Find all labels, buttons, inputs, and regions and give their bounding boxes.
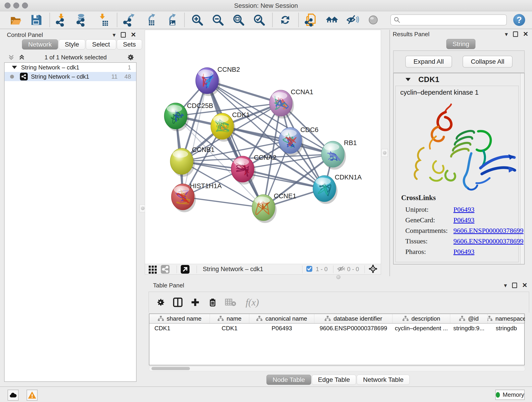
tree-expand-icon[interactable] bbox=[12, 66, 17, 69]
panel-float-icon[interactable] bbox=[512, 283, 517, 288]
panel-minimize-icon[interactable]: ▾ bbox=[505, 32, 508, 36]
network-from-document-button[interactable] bbox=[305, 13, 318, 27]
warnings-button[interactable] bbox=[27, 390, 38, 401]
panel-minimize-icon[interactable]: ▾ bbox=[504, 283, 507, 288]
node-label: CDC25B bbox=[187, 102, 213, 109]
help-button[interactable]: ? bbox=[513, 14, 525, 26]
tab-node-table[interactable]: Node Table bbox=[266, 375, 311, 385]
home-button[interactable] bbox=[325, 13, 339, 27]
zoom-in-button[interactable] bbox=[191, 13, 204, 27]
network-node-cdkn1a[interactable] bbox=[313, 176, 337, 204]
table-cell[interactable]: cyclin–dependent ... bbox=[393, 325, 450, 332]
network-row[interactable]: String Network – cdk1 11 48 bbox=[5, 72, 136, 81]
zoom-fit-button[interactable] bbox=[232, 13, 245, 27]
panel-close-icon[interactable]: ✕ bbox=[131, 32, 136, 37]
network-node-rb1[interactable] bbox=[322, 141, 346, 170]
network-edge[interactable] bbox=[183, 81, 207, 197]
cloud-button[interactable] bbox=[7, 390, 19, 401]
panel-float-icon[interactable] bbox=[513, 32, 518, 37]
import-network-database-button[interactable] bbox=[76, 13, 90, 27]
table-cell[interactable]: 9606.ENSP00000378699 bbox=[314, 325, 393, 332]
crosslink-row: Tissues:9606.ENSP00000378699 bbox=[401, 236, 524, 246]
panel-close-icon[interactable]: ✕ bbox=[522, 283, 527, 288]
apply-preferred-layout-button[interactable] bbox=[279, 13, 292, 27]
search-box[interactable] bbox=[390, 14, 507, 26]
toolbar-separator bbox=[298, 13, 299, 27]
toolbar-separator bbox=[272, 13, 273, 27]
network-collection-row[interactable]: String Network – cdk1 1 bbox=[5, 63, 136, 72]
node-label: HIST1H1A bbox=[190, 182, 222, 190]
open-in-new-window-icon[interactable] bbox=[181, 265, 190, 274]
crosslink-link[interactable]: 9606.ENSP00000378699 bbox=[453, 237, 524, 245]
hidden-elements-eye-icon[interactable] bbox=[337, 265, 345, 273]
gene-expand-icon[interactable] bbox=[405, 78, 411, 81]
column-header-canonical-name[interactable]: canonical name bbox=[249, 314, 314, 323]
network-node-ccnb2[interactable] bbox=[196, 68, 220, 96]
collapse-all-icon[interactable] bbox=[8, 54, 15, 61]
grid-view-icon[interactable] bbox=[148, 265, 157, 274]
table-horizontal-scrollbar[interactable] bbox=[149, 366, 525, 371]
table-cell[interactable]: CDK1 bbox=[210, 325, 249, 332]
zoom-selected-button[interactable] bbox=[253, 13, 266, 27]
open-session-button[interactable] bbox=[9, 13, 22, 27]
network-node-ccna1[interactable] bbox=[269, 90, 294, 119]
string-share-icon[interactable] bbox=[161, 265, 170, 274]
table-cell[interactable]: P06493 bbox=[249, 325, 314, 332]
show-columns-icon[interactable] bbox=[173, 297, 183, 307]
import-network-file-button[interactable] bbox=[56, 13, 69, 27]
panel-minimize-icon[interactable]: ▾ bbox=[113, 32, 115, 37]
crosslink-link[interactable]: P06493 bbox=[453, 216, 475, 224]
import-table-file-button[interactable] bbox=[97, 13, 110, 27]
panel-float-icon[interactable] bbox=[121, 32, 126, 38]
table-cell[interactable]: stringdb bbox=[488, 325, 525, 332]
table-cell[interactable]: CDK1 bbox=[149, 325, 210, 332]
birdseye-view-button[interactable] bbox=[367, 13, 380, 27]
save-session-button[interactable] bbox=[30, 13, 43, 27]
network-node-cdc6[interactable] bbox=[279, 128, 303, 156]
table-cell[interactable]: stringdb:9... bbox=[450, 325, 488, 332]
column-header-database-identifier[interactable]: database identifier bbox=[314, 314, 393, 323]
tab-string[interactable]: String bbox=[446, 39, 475, 49]
column-header--id[interactable]: @id bbox=[450, 314, 488, 323]
export-image-button[interactable] bbox=[165, 13, 178, 27]
tab-network-table[interactable]: Network Table bbox=[357, 375, 410, 385]
delete-table-icon[interactable] bbox=[225, 297, 237, 307]
network-node-cdc25b[interactable] bbox=[164, 103, 189, 131]
crosslink-link[interactable]: P06493 bbox=[453, 248, 475, 255]
hide-graphics-details-button[interactable] bbox=[346, 13, 359, 27]
collapse-all-button[interactable]: Collapse All bbox=[462, 56, 513, 68]
birdseye-navigator-icon[interactable] bbox=[368, 264, 378, 274]
column-header-description[interactable]: description bbox=[393, 314, 450, 323]
network-node-cdk1[interactable] bbox=[211, 113, 235, 142]
column-header-name[interactable]: name bbox=[210, 314, 249, 323]
add-column-icon[interactable] bbox=[190, 297, 200, 307]
export-network-button[interactable] bbox=[123, 13, 137, 27]
crosslink-link[interactable]: P06493 bbox=[453, 206, 475, 213]
function-builder-icon[interactable]: f(x) bbox=[246, 297, 259, 308]
network-options-gear-icon[interactable] bbox=[126, 53, 135, 62]
expand-all-icon[interactable] bbox=[18, 54, 25, 61]
search-input[interactable] bbox=[400, 16, 498, 24]
network-view[interactable]: CCNB2CCNA1CDC25BCDK1CDC6RB1CCNB1CCNA2CDK… bbox=[145, 30, 381, 274]
selected-nodes-checkbox-icon[interactable] bbox=[306, 266, 312, 273]
tab-edge-table[interactable]: Edge Table bbox=[312, 375, 356, 385]
column-header-shared-name[interactable]: shared name bbox=[149, 314, 210, 323]
tab-network[interactable]: Network bbox=[22, 39, 58, 50]
table-options-gear-icon[interactable] bbox=[155, 297, 165, 307]
expand-all-button[interactable]: Expand All bbox=[405, 56, 452, 68]
tab-style[interactable]: Style bbox=[59, 39, 85, 50]
delete-column-icon[interactable] bbox=[208, 297, 218, 307]
panel-close-icon[interactable]: ✕ bbox=[523, 32, 528, 36]
table-row[interactable]: CDK1CDK1P064939606.ENSP00000378699cyclin… bbox=[149, 324, 524, 333]
export-table-button[interactable] bbox=[144, 13, 157, 27]
network-canvas[interactable]: CCNB2CCNA1CDC25BCDK1CDC6RB1CCNB1CCNA2CDK… bbox=[145, 30, 381, 264]
tab-sets[interactable]: Sets bbox=[117, 39, 142, 50]
crosslink-link[interactable]: 9606.ENSP00000378699 bbox=[453, 227, 524, 235]
network-node-ccna2[interactable] bbox=[231, 156, 256, 185]
right-splitter-handle[interactable] bbox=[381, 149, 388, 157]
zoom-out-button[interactable] bbox=[211, 13, 225, 27]
tab-select[interactable]: Select bbox=[86, 39, 116, 50]
column-header-namespace[interactable]: namespace bbox=[488, 314, 525, 323]
network-node-ccne1[interactable] bbox=[252, 195, 277, 223]
memory-button[interactable]: Memory bbox=[495, 390, 525, 400]
